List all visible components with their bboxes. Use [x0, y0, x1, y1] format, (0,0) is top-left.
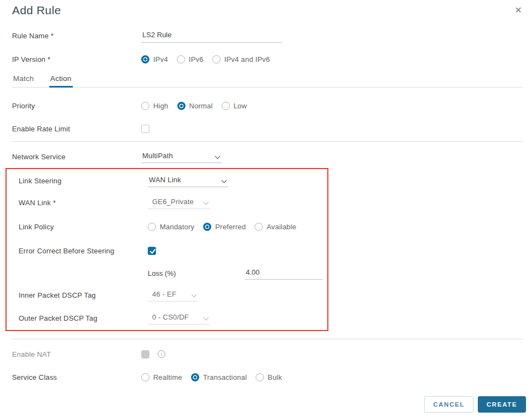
radio-ipv4-and-ipv6-label: IPv4 and IPv6 [224, 55, 270, 63]
radio-priority-high[interactable]: High [141, 102, 169, 110]
radio-bulk-label: Bulk [268, 373, 282, 381]
inner-dscp-label: Inner Packet DSCP Tag [19, 291, 148, 299]
radio-available[interactable]: Available [255, 223, 296, 231]
loss-row: Loss (%) [12, 262, 327, 284]
loss-label: Loss (%) [148, 269, 245, 277]
outer-dscp-label: Outer Packet DSCP Tag [19, 314, 148, 322]
tab-action[interactable]: Action [49, 73, 73, 88]
dialog-footer: CANCEL CREATE [0, 396, 532, 413]
radio-dot-icon [148, 223, 156, 231]
section-divider [12, 141, 523, 142]
error-correct-row: Error Correct Before Steering [12, 239, 327, 262]
error-correct-checkbox[interactable] [148, 247, 156, 255]
outer-dscp-value: 0 - CS0/DF [152, 313, 189, 321]
radio-priority-low[interactable]: Low [222, 102, 247, 110]
enable-rate-limit-label: Enable Rate Limit [12, 125, 141, 133]
dialog-body: Rule Name * IP Version * IPv4 IPv6 IPv4 … [0, 24, 532, 413]
network-service-label: Network Service [12, 153, 141, 161]
network-service-row: Network Service MultiPath [0, 146, 532, 167]
inner-dscp-select[interactable]: 46 - EF [148, 288, 198, 302]
radio-dot-icon [191, 373, 199, 381]
inner-dscp-row: Inner Packet DSCP Tag 46 - EF [12, 284, 327, 306]
radio-mandatory-label: Mandatory [160, 223, 194, 231]
link-steering-row: Link Steering WAN Link [12, 170, 327, 191]
radio-dot-icon [141, 55, 149, 63]
radio-dot-icon [141, 102, 149, 110]
chevron-down-icon [222, 178, 227, 183]
outer-dscp-select[interactable]: 0 - CS0/DF [148, 311, 210, 325]
link-policy-row: Link Policy Mandatory Preferred Availabl… [12, 214, 327, 239]
dialog-header: Add Rule ✕ [0, 0, 532, 21]
radio-mandatory[interactable]: Mandatory [148, 223, 194, 231]
radio-transactional-label: Transactional [203, 373, 247, 381]
rule-name-row: Rule Name * [0, 24, 532, 48]
rule-name-input[interactable] [141, 30, 282, 43]
radio-available-label: Available [267, 223, 296, 231]
ip-version-label: IP Version * [12, 55, 141, 63]
link-steering-label: Link Steering [19, 177, 148, 185]
radio-priority-normal[interactable]: Normal [177, 102, 213, 110]
radio-dot-icon [141, 373, 149, 381]
rule-name-label: Rule Name * [12, 32, 141, 40]
cancel-button[interactable]: CANCEL [424, 396, 473, 413]
wan-link-label: WAN Link * [19, 199, 148, 207]
chevron-down-icon [204, 315, 209, 321]
radio-dot-icon [177, 55, 185, 63]
radio-normal-label: Normal [189, 102, 213, 110]
service-class-label: Service Class [12, 373, 141, 381]
radio-realtime[interactable]: Realtime [141, 373, 182, 381]
radio-realtime-label: Realtime [153, 373, 182, 381]
enable-rate-limit-checkbox[interactable] [141, 125, 149, 133]
enable-rate-limit-row: Enable Rate Limit [0, 117, 532, 140]
link-steering-select[interactable]: WAN Link [148, 174, 228, 187]
chevron-down-icon [215, 154, 221, 159]
dialog-title: Add Rule [12, 4, 520, 17]
priority-row: Priority High Normal Low [0, 94, 532, 117]
enable-nat-label: Enable NAT [12, 350, 141, 358]
wan-link-select[interactable]: GE6_Private [148, 196, 210, 209]
ip-version-row: IP Version * IPv4 IPv6 IPv4 and IPv6 [0, 48, 532, 71]
tab-match[interactable]: Match [12, 73, 35, 87]
radio-dot-icon [256, 373, 264, 381]
radio-ipv6[interactable]: IPv6 [177, 55, 204, 63]
error-correct-label: Error Correct Before Steering [19, 247, 148, 255]
outer-dscp-row: Outer Packet DSCP Tag 0 - CS0/DF [12, 306, 327, 330]
info-icon[interactable]: i [158, 350, 165, 358]
radio-preferred-label: Preferred [215, 223, 246, 231]
radio-low-label: Low [234, 102, 247, 110]
section-divider [12, 339, 523, 339]
enable-nat-row: Enable NAT i [0, 343, 532, 366]
wan-link-value: GE6_Private [152, 198, 194, 206]
create-button[interactable]: CREATE [478, 396, 526, 413]
radio-preferred[interactable]: Preferred [203, 223, 246, 231]
highlight-box: Link Steering WAN Link WAN Link * GE6_Pr… [5, 168, 328, 331]
inner-dscp-value: 46 - EF [152, 290, 176, 298]
radio-dot-icon [212, 55, 221, 63]
loss-input[interactable] [245, 267, 323, 280]
radio-ipv4[interactable]: IPv4 [141, 55, 168, 63]
chevron-down-icon [192, 292, 197, 298]
radio-dot-icon [203, 223, 211, 231]
network-service-value: MultiPath [142, 152, 173, 160]
close-icon[interactable]: ✕ [512, 4, 524, 16]
link-policy-label: Link Policy [19, 223, 148, 231]
radio-dot-icon [255, 223, 263, 231]
tab-bar: Match Action [12, 73, 523, 88]
priority-label: Priority [12, 102, 141, 110]
radio-transactional[interactable]: Transactional [191, 373, 247, 381]
enable-nat-checkbox [141, 350, 149, 358]
radio-ipv4-label: IPv4 [153, 55, 168, 63]
radio-dot-icon [222, 102, 230, 110]
service-class-row: Service Class Realtime Transactional Bul… [0, 366, 532, 389]
radio-ipv4-and-ipv6[interactable]: IPv4 and IPv6 [212, 55, 270, 63]
radio-ipv6-label: IPv6 [189, 55, 204, 63]
wan-link-row: WAN Link * GE6_Private [12, 191, 327, 214]
radio-bulk[interactable]: Bulk [256, 373, 282, 381]
link-steering-value: WAN Link [149, 176, 181, 184]
radio-high-label: High [153, 102, 169, 110]
chevron-down-icon [204, 200, 209, 205]
network-service-select[interactable]: MultiPath [141, 150, 222, 163]
radio-dot-icon [177, 102, 186, 110]
